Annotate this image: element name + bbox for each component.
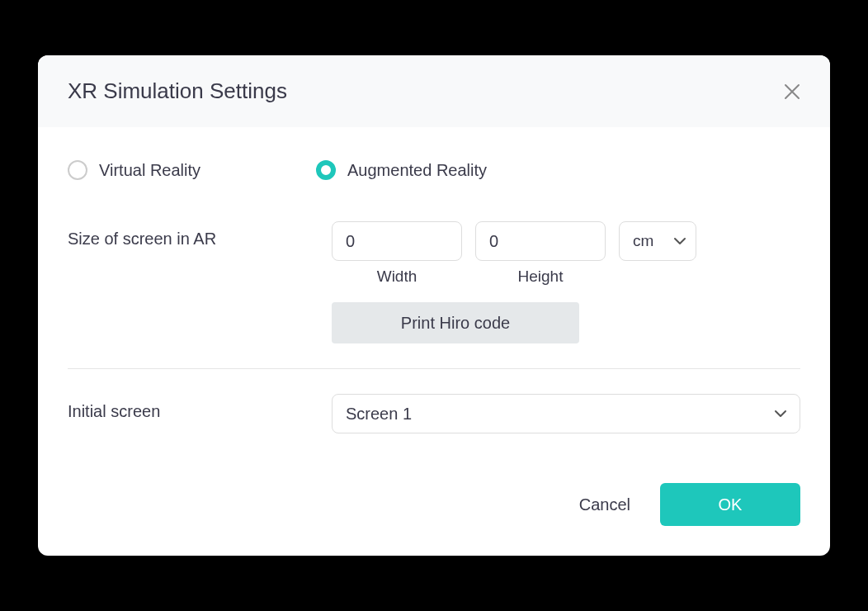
xr-settings-dialog: XR Simulation Settings Virtual Reality A… [38,55,830,556]
initial-screen-select[interactable]: Screen 1 [332,394,800,433]
size-label: Size of screen in AR [68,221,332,249]
radio-label: Virtual Reality [99,161,200,180]
radio-virtual-reality[interactable]: Virtual Reality [68,160,200,180]
width-sublabel: Width [377,268,417,286]
divider [68,368,800,369]
dialog-title: XR Simulation Settings [68,78,287,104]
initial-screen-label: Initial screen [68,394,332,421]
height-sublabel: Height [518,268,564,286]
size-controls: Width Height cm Print Hiro code [332,221,800,343]
dialog-header: XR Simulation Settings [38,55,830,127]
radio-augmented-reality[interactable]: Augmented Reality [316,160,487,180]
radio-icon [316,160,336,180]
ok-button[interactable]: OK [660,483,800,526]
mode-radio-group: Virtual Reality Augmented Reality [68,160,800,180]
print-hiro-button[interactable]: Print Hiro code [332,302,579,343]
height-group: Height [475,221,606,286]
chevron-down-icon [775,410,786,418]
radio-icon [68,160,87,180]
height-input[interactable] [475,221,606,261]
unit-select[interactable]: cm [619,221,696,261]
close-icon[interactable] [784,83,800,100]
chevron-down-icon [674,237,686,245]
size-inputs: Width Height cm [332,221,800,286]
width-group: Width [332,221,462,286]
radio-label: Augmented Reality [347,161,487,180]
initial-screen-value: Screen 1 [346,405,412,424]
size-row: Size of screen in AR Width Height cm [68,221,800,343]
dialog-body: Virtual Reality Augmented Reality Size o… [38,127,830,458]
dialog-footer: Cancel OK [38,458,830,556]
initial-screen-control: Screen 1 [332,394,800,433]
unit-value: cm [633,232,653,250]
initial-screen-row: Initial screen Screen 1 [68,394,800,433]
width-input[interactable] [332,221,462,261]
cancel-button[interactable]: Cancel [579,495,630,514]
